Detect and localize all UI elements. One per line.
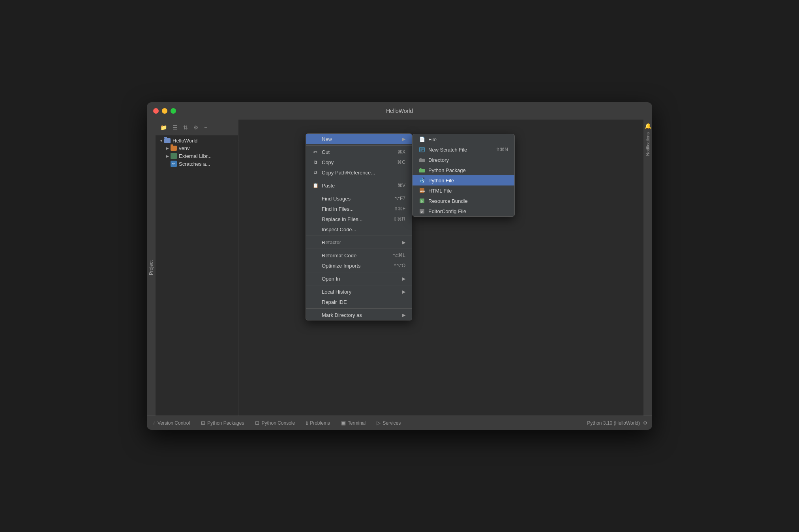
tree-label-helloworld: HelloWorld	[173, 138, 197, 144]
main-window: HelloWorld Project 📁 ☰ ⇅ ⚙ − ▾ HelloWorl…	[147, 102, 652, 430]
menu-item-reformat-code[interactable]: Reformat Code ⌥⌘L	[306, 250, 412, 260]
python-packages-label: Python Packages	[207, 420, 244, 426]
find-files-shortcut: ⇧⌘F	[394, 206, 405, 212]
editor-area[interactable]: to File ⇧⌘O cent Files ⌘E vigation Bar ⌥…	[238, 120, 643, 416]
menu-item-optimize-imports[interactable]: Optimize Imports ^⌥O	[306, 260, 412, 271]
submenu-new-scratch[interactable]: New Scratch File ⇧⌘N	[413, 144, 514, 155]
minus-icon[interactable]: −	[203, 124, 209, 131]
menu-item-local-history[interactable]: Local History ▶	[306, 287, 412, 297]
maximize-button[interactable]	[171, 108, 176, 114]
refactor-label: Refactor	[322, 240, 399, 245]
minimize-button[interactable]	[162, 108, 167, 114]
tab-problems[interactable]: ℹ Problems	[300, 416, 336, 430]
python-console-icon: ⊡	[255, 420, 259, 426]
python-console-label: Python Console	[261, 420, 295, 426]
paste-icon: 📋	[312, 182, 319, 189]
status-gear-icon[interactable]: ⚙	[643, 420, 647, 426]
find-files-icon	[312, 206, 319, 212]
mark-dir-icon	[312, 312, 319, 318]
submenu-editorconfig[interactable]: ⚙ EditorConfig File	[413, 206, 514, 216]
menu-item-refactor[interactable]: Refactor ▶	[306, 237, 412, 247]
repair-icon	[312, 299, 319, 305]
local-history-arrow: ▶	[402, 289, 405, 294]
layout-icon[interactable]: ☰	[171, 124, 179, 131]
submenu-directory[interactable]: Directory	[413, 155, 514, 165]
tree-arrow-venv: ▶	[165, 146, 170, 151]
submenu-resource-bundle[interactable]: ⚙ Resource Bundle	[413, 196, 514, 206]
tab-services[interactable]: ▷ Services	[371, 416, 406, 430]
submenu-python-file[interactable]: Py Python File	[413, 175, 514, 185]
python-version-label: Python 3.10 (HelloWorld)	[587, 420, 640, 426]
submenu-html-file[interactable]: HTML HTML File	[413, 185, 514, 196]
reformat-shortcut: ⌥⌘L	[392, 253, 405, 258]
tree-item-venv[interactable]: ▶ venv	[156, 144, 238, 152]
tab-python-console[interactable]: ⊡ Python Console	[249, 416, 300, 430]
terminal-label: Terminal	[348, 420, 366, 426]
mark-dir-label: Mark Directory as	[322, 312, 399, 318]
submenu-scratch-label: New Scratch File	[428, 147, 467, 153]
copy-path-label: Copy Path/Reference...	[322, 170, 405, 176]
copy-icon: ⧉	[312, 159, 319, 165]
status-bar: ⑂ Version Control ⊞ Python Packages ⊡ Py…	[147, 416, 652, 430]
menu-item-open-in[interactable]: Open In ▶	[306, 273, 412, 284]
menu-item-copy[interactable]: ⧉ Copy ⌘C	[306, 157, 412, 167]
menu-item-find-in-files[interactable]: Find in Files... ⇧⌘F	[306, 204, 412, 214]
menu-item-repair-ide[interactable]: Repair IDE	[306, 297, 412, 307]
tab-python-packages[interactable]: ⊞ Python Packages	[195, 416, 249, 430]
gear-icon[interactable]: ⚙	[192, 124, 200, 131]
tab-terminal[interactable]: ▣ Terminal	[336, 416, 371, 430]
python-packages-icon: ⊞	[201, 420, 205, 426]
menu-item-replace-in-files[interactable]: Replace in Files... ⇧⌘R	[306, 214, 412, 224]
filter-icon[interactable]: ⇅	[182, 124, 189, 131]
sep-5	[306, 249, 412, 249]
submenu-file[interactable]: 📄 File	[413, 134, 514, 144]
notifications-label[interactable]: Notifications	[645, 132, 650, 156]
tree-label-scratches: Scratches a...	[179, 161, 210, 167]
menu-item-new[interactable]: New ▶ 📄 File New Scratch File	[306, 134, 412, 144]
refactor-icon	[312, 239, 319, 245]
folder-icon-helloworld	[164, 138, 171, 143]
replace-label: Replace in Files...	[322, 216, 387, 222]
tree-item-external-libs[interactable]: ▶ External Libr...	[156, 152, 238, 160]
py-pkg-icon	[419, 167, 425, 173]
icon-ext-libs	[171, 153, 177, 159]
tree-item-scratches[interactable]: ▶ ✏ Scratches a...	[156, 160, 238, 168]
tree-arrow-helloworld: ▾	[159, 139, 163, 143]
menu-item-find-usages[interactable]: Find Usages ⌥F7	[306, 193, 412, 204]
services-label: Services	[383, 420, 401, 426]
reformat-label: Reformat Code	[322, 253, 386, 259]
version-control-label: Version Control	[158, 420, 190, 426]
tree-label-ext: External Libr...	[179, 153, 212, 159]
menu-item-copy-path[interactable]: ⧉ Copy Path/Reference...	[306, 167, 412, 178]
menu-item-paste[interactable]: 📋 Paste ⌘V	[306, 180, 412, 191]
menu-item-cut[interactable]: ✂ Cut ⌘X	[306, 147, 412, 157]
find-files-label: Find in Files...	[322, 206, 388, 212]
project-sidebar-label[interactable]: Project	[147, 120, 156, 416]
submenu-resource-label: Resource Bundle	[428, 198, 468, 204]
status-right: Python 3.10 (HelloWorld) ⚙	[587, 420, 652, 426]
submenu-python-package[interactable]: Python Package	[413, 165, 514, 175]
reformat-icon	[312, 252, 319, 259]
local-history-icon	[312, 288, 319, 295]
folder-icon[interactable]: 📁	[159, 124, 169, 131]
tree-item-helloworld[interactable]: ▾ HelloWorld	[156, 137, 238, 144]
submenu-html-label: HTML File	[428, 188, 452, 194]
menu-item-mark-directory[interactable]: Mark Directory as ▶	[306, 310, 412, 320]
close-button[interactable]	[153, 108, 159, 114]
services-icon: ▷	[377, 420, 381, 426]
project-toolbar: 📁 ☰ ⇅ ⚙ −	[156, 120, 238, 135]
menu-item-inspect-code[interactable]: Inspect Code...	[306, 224, 412, 234]
sep-8	[306, 308, 412, 309]
py-file-icon: Py	[419, 177, 425, 184]
terminal-icon: ▣	[341, 420, 346, 426]
sep-7	[306, 285, 412, 285]
notifications-sidebar: 🔔 Notifications	[643, 120, 652, 416]
new-icon	[312, 136, 319, 142]
open-in-arrow: ▶	[402, 276, 405, 281]
mark-dir-arrow: ▶	[402, 313, 405, 318]
tab-version-control[interactable]: ⑂ Version Control	[147, 416, 195, 430]
inspect-icon	[312, 226, 319, 232]
bell-icon[interactable]: 🔔	[645, 123, 651, 129]
cut-shortcut: ⌘X	[398, 149, 405, 155]
replace-shortcut: ⇧⌘R	[393, 216, 405, 222]
